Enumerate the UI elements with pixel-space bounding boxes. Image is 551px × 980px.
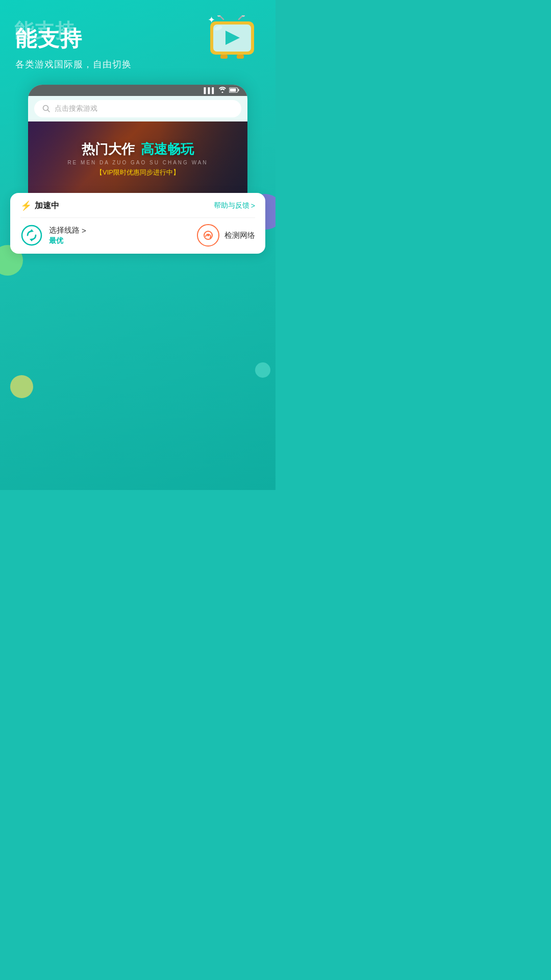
route-label-text: 选择线路 <box>49 226 80 235</box>
network-detect-icon <box>197 224 219 247</box>
banner-main-text2: 高速畅玩 <box>141 140 194 158</box>
accel-status-row: ⚡ 加速中 帮助与反馈 > <box>20 200 255 218</box>
help-link-text: 帮助与反馈 <box>214 201 249 210</box>
route-left: 选择线路 > 最优 <box>20 224 86 247</box>
signal-icon: ▌▌▌ <box>204 87 216 93</box>
svg-point-15 <box>22 226 41 245</box>
phone-banner: 热门大作 高速畅玩 RE MEN DA ZUO GAO SU CHANG WAN… <box>28 121 247 195</box>
sparkle-decoration: ✦ <box>208 14 215 26</box>
svg-line-14 <box>48 110 50 112</box>
decorative-blob-teal <box>255 362 270 378</box>
network-label: 检测网络 <box>224 231 255 240</box>
wifi-icon <box>219 87 226 94</box>
route-chevron-icon: > <box>82 226 86 235</box>
svg-marker-16 <box>30 229 34 232</box>
route-optimal: 最优 <box>49 236 86 246</box>
banner-sub-text: RE MEN DA ZUO GAO SU CHANG WAN <box>67 160 208 165</box>
refresh-icon[interactable] <box>20 224 43 247</box>
svg-point-19 <box>207 234 209 236</box>
search-icon <box>42 105 51 113</box>
route-info: 选择线路 > 最优 <box>49 226 86 246</box>
phone-search-bar[interactable]: 点击搜索游戏 <box>34 100 241 117</box>
decorative-blob-yellow <box>10 375 33 398</box>
accel-status-label: 加速中 <box>35 201 59 211</box>
svg-rect-11 <box>238 89 239 91</box>
route-row: 选择线路 > 最优 检测网络 <box>20 218 255 247</box>
battery-icon <box>229 87 239 94</box>
svg-rect-8 <box>237 55 244 59</box>
help-link[interactable]: 帮助与反馈 > <box>214 201 255 210</box>
svg-marker-17 <box>30 239 34 241</box>
help-chevron-icon: > <box>251 202 255 210</box>
route-label[interactable]: 选择线路 > <box>49 226 86 235</box>
banner-main-text: 热门大作 <box>82 140 135 158</box>
banner-vip-text: 【VIP限时优惠同步进行中】 <box>96 168 180 177</box>
lightning-icon: ⚡ <box>20 200 32 211</box>
phone-status-bar: ▌▌▌ <box>28 85 247 96</box>
accel-card: ⚡ 加速中 帮助与反馈 > 选择线路 > <box>10 193 265 254</box>
network-right[interactable]: 检测网络 <box>197 224 255 247</box>
accel-status: ⚡ 加速中 <box>20 200 59 211</box>
svg-rect-7 <box>220 55 228 59</box>
svg-rect-12 <box>230 88 236 91</box>
phone-mockup: ▌▌▌ 点击搜索游戏 热门大作 高速畅玩 <box>28 85 247 195</box>
search-placeholder: 点击搜索游戏 <box>55 104 97 113</box>
